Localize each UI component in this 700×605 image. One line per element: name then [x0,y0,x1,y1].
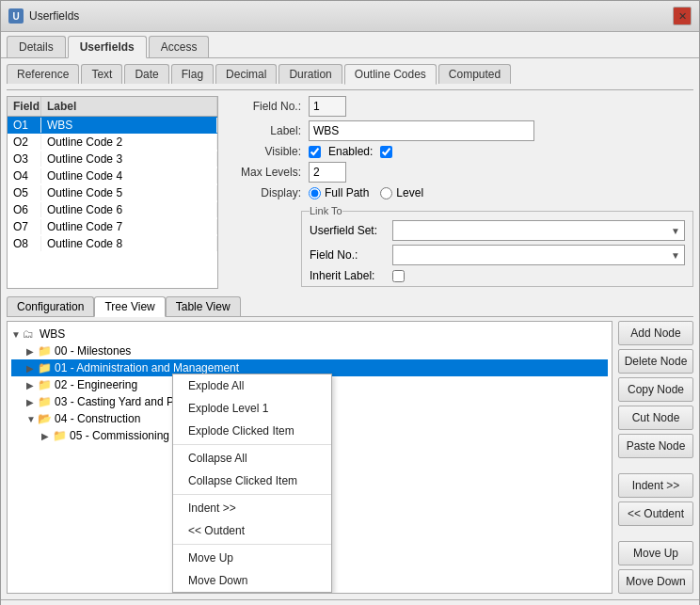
col-field: Field [8,97,41,116]
cell-field: O7 [8,219,41,234]
ctx-explode-level1[interactable]: Explode Level 1 [173,397,331,420]
userfield-set-label: Userfield Set: [310,224,385,237]
enabled-checkbox[interactable] [380,146,392,158]
sub-tab-flag[interactable]: Flag [171,64,214,84]
field-no-input[interactable] [309,96,346,117]
chevron-down-icon: ▼ [671,226,680,236]
outdent-button[interactable]: << Outdent [618,502,693,526]
tree-area: ▼ 🗂 WBS ▶ 📁 00 - Milestones ▶ [7,321,612,594]
copy-node-button[interactable]: Copy Node [618,377,693,402]
cell-field: O3 [8,151,41,167]
lower-tab-bar: Configuration Tree View Table View [7,296,693,317]
table-body: O1 WBS O2 Outline Code 2 O3 Outline Code… [8,117,217,252]
cell-label: Outline Code 6 [41,202,217,217]
sub-tab-decimal[interactable]: Decimal [215,64,277,84]
ctx-explode-all[interactable]: Explode All [173,374,331,397]
visible-checkbox[interactable] [309,146,321,158]
table-row[interactable]: O7 Outline Code 7 [8,218,217,235]
max-levels-label: Max Levels: [226,166,301,179]
table-row[interactable]: O2 Outline Code 2 [8,134,217,151]
main-content: Reference Text Date Flag Decimal Duratio… [1,58,699,599]
sub-tab-computed[interactable]: Computed [438,64,511,84]
ctx-outdent[interactable]: << Outdent [173,519,331,542]
toggle-icon: ▶ [26,397,38,407]
field-no-row: Field No.: [226,96,693,117]
sub-tab-reference[interactable]: Reference [7,64,79,84]
cell-label: Outline Code 2 [41,135,217,150]
button-separator [618,462,693,470]
ctx-move-up[interactable]: Move Up [173,547,331,569]
root-icon: 🗂 [23,327,38,341]
sub-tab-date[interactable]: Date [124,64,168,84]
ctx-separator [173,444,331,445]
sub-tab-outline-codes[interactable]: Outline Codes [344,64,437,85]
full-path-radio-label: Full Path [309,186,369,199]
field-no2-dropdown[interactable]: ▼ [392,245,685,265]
toggle-icon: ▶ [26,363,38,374]
max-levels-input[interactable] [309,162,346,183]
cut-node-button[interactable]: Cut Node [618,406,693,430]
fields-panel: Field No.: Label: Visible: Enabled: [226,96,693,289]
lower-tab-tree-view[interactable]: Tree View [94,296,165,317]
indent-button[interactable]: Indent >> [618,473,693,498]
sub-tab-duration[interactable]: Duration [278,64,342,84]
folder-icon: 📁 [38,344,53,358]
delete-node-button[interactable]: Delete Node [618,349,693,374]
folder-icon: 📁 [38,395,53,408]
table-row[interactable]: O5 Outline Code 5 [8,184,217,201]
tab-userfields[interactable]: Userfields [68,36,147,58]
close-button[interactable]: ✕ [673,7,692,25]
field-table-container: Field Label O1 WBS O2 Outline Code 2 O3 … [7,96,218,289]
visible-checkbox-area: Enabled: [309,145,392,158]
inherit-label-checkbox[interactable] [392,270,405,282]
table-row[interactable]: O4 Outline Code 4 [8,167,217,184]
sub-tab-text[interactable]: Text [81,64,122,84]
table-header: Field Label [8,97,217,117]
tree-item-label: 04 - Construction [55,412,140,425]
enabled-label: Enabled: [328,145,373,158]
table-row[interactable]: O8 Outline Code 8 [8,235,217,252]
tab-access[interactable]: Access [149,36,210,57]
max-levels-row: Max Levels: [226,162,693,183]
lower-tab-table-view[interactable]: Table View [166,296,241,316]
ctx-separator [173,544,331,545]
ctx-explode-clicked[interactable]: Explode Clicked Item [173,420,331,442]
userfield-set-row: Userfield Set: ▼ [310,220,685,241]
tree-item[interactable]: ▶ 📁 00 - Milestones [11,342,608,359]
level-radio[interactable] [380,187,392,199]
paste-node-button[interactable]: Paste Node [618,434,693,458]
label-label: Label: [226,124,301,137]
tree-root[interactable]: ▼ 🗂 WBS [11,326,608,342]
ctx-move-down[interactable]: Move Down [173,569,331,592]
level-radio-label: Level [380,186,423,199]
field-no-label: Field No.: [226,100,301,113]
cell-field: O4 [8,168,41,183]
ctx-collapse-clicked[interactable]: Collapse Clicked Item [173,470,331,492]
move-down-button[interactable]: Move Down [618,569,693,594]
userfield-set-dropdown[interactable]: ▼ [392,220,685,241]
field-no2-row: Field No.: ▼ [310,245,685,265]
ctx-indent[interactable]: Indent >> [173,497,331,519]
cell-field: O5 [8,185,41,200]
visible-label: Visible: [226,145,301,158]
label-input[interactable] [309,120,534,141]
cell-label: Outline Code 8 [41,236,217,251]
toggle-icon: ▶ [26,346,38,357]
move-up-button[interactable]: Move Up [618,541,693,565]
root-toggle-icon: ▼ [11,329,23,340]
title-bar-left: U Userfields [8,8,79,24]
table-row[interactable]: O3 Outline Code 3 [8,151,217,167]
cell-field: O6 [8,202,41,217]
table-row[interactable]: O1 WBS [8,117,217,134]
tab-details[interactable]: Details [7,36,66,57]
ctx-collapse-all[interactable]: Collapse All [173,447,331,470]
display-label: Display: [226,186,301,199]
folder-icon: 📂 [38,412,53,425]
add-node-button[interactable]: Add Node [618,321,693,345]
toggle-icon: ▶ [26,380,38,390]
ctx-separator [173,494,331,495]
lower-tab-configuration[interactable]: Configuration [7,296,94,316]
table-row[interactable]: O6 Outline Code 6 [8,201,217,218]
cell-label: Outline Code 7 [41,219,217,234]
full-path-radio[interactable] [309,187,321,199]
